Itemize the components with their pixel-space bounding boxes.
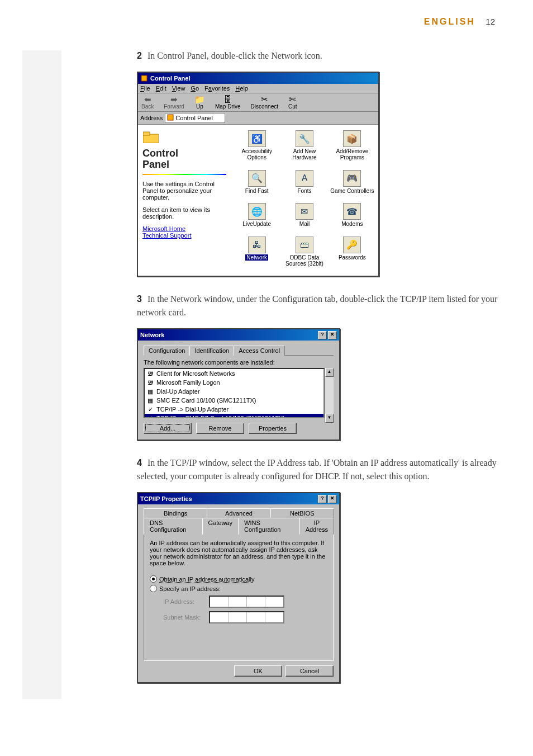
radio-specify[interactable]: Specify an IP address: (150, 585, 327, 592)
titlebar[interactable]: TCP/IP Properties ? ✕ (138, 493, 339, 504)
ok-button[interactable]: OK (234, 665, 282, 677)
toolbar: ⬅Back ➡Forward 📁Up 🗄Map Drive ✂Disconnec… (138, 93, 378, 112)
grey-sidebar (22, 50, 61, 699)
tab-access-control[interactable]: Access Control (234, 346, 285, 356)
window-title: Network (140, 332, 164, 338)
close-button[interactable]: ✕ (328, 331, 337, 339)
toolbar-forward[interactable]: ➡Forward (164, 95, 184, 110)
technical-support-link[interactable]: Technical Support (142, 232, 226, 239)
toolbar-up[interactable]: 📁Up (194, 95, 205, 110)
toolbar-cut[interactable]: ✄Cut (288, 95, 297, 110)
icon-modems[interactable]: ☎Modems (329, 203, 376, 231)
address-value: Control Panel (175, 115, 213, 121)
passwords-icon: 🔑 (343, 237, 361, 253)
icon-passwords[interactable]: 🔑Passwords (329, 237, 376, 271)
toolbar-back[interactable]: ⬅Back (141, 95, 154, 110)
dialog-buttons: OK Cancel (144, 665, 334, 677)
icon-add-remove-programs[interactable]: 📦Add/Remove Programs (329, 130, 376, 164)
icon-accessibility-options[interactable]: ♿Accessibility Options (233, 130, 280, 164)
window-title: Control Panel (150, 75, 191, 82)
close-button[interactable]: ✕ (328, 495, 337, 503)
tab-bar: Configuration Identification Access Cont… (144, 345, 334, 356)
accessibility-icon: ♿ (248, 130, 266, 147)
list-item: 🖳Client for Microsoft Networks (145, 369, 323, 378)
header-language: ENGLISH (424, 17, 475, 26)
tab-bindings[interactable]: Bindings (144, 508, 207, 518)
icon-find-fast[interactable]: 🔍Find Fast (233, 170, 280, 198)
list-item: ▦SMC EZ Card 10/100 (SMC1211TX) (145, 396, 323, 405)
menu-help[interactable]: Help (235, 85, 248, 92)
ip-address-input[interactable] (209, 596, 284, 608)
ip-explain-text: An IP address can be automatically assig… (150, 540, 327, 566)
menu-edit[interactable]: Edit (156, 85, 166, 92)
svg-rect-3 (143, 132, 150, 135)
scroll-up-icon[interactable]: ▲ (325, 368, 334, 377)
icon-liveupdate[interactable]: 🌐LiveUpdate (233, 203, 280, 231)
modems-icon: ☎ (343, 203, 361, 220)
scroll-down-icon[interactable]: ▼ (325, 414, 334, 423)
control-panel-body: Control Panel Use the settings in Contro… (138, 125, 378, 276)
page-header: ENGLISH 12 (22, 17, 499, 27)
icon-fonts[interactable]: AFonts (280, 170, 328, 198)
address-bar: Address Control Panel (138, 112, 378, 125)
properties-button[interactable]: Properties (249, 423, 297, 434)
icon-game-controllers[interactable]: 🎮Game Controllers (329, 170, 376, 198)
help-button[interactable]: ? (318, 331, 327, 339)
tab-dns[interactable]: DNS Configuration (144, 518, 203, 535)
icon-network[interactable]: 🖧Network (233, 237, 280, 271)
menu-favorites[interactable]: Favorites (204, 85, 230, 92)
toolbar-disconnect[interactable]: ✂Disconnect (251, 95, 278, 110)
titlebar[interactable]: Control Panel (138, 73, 378, 84)
menu-go[interactable]: Go (191, 85, 199, 92)
radio-obtain-auto[interactable]: Obtain an IP address automatically (150, 575, 327, 583)
step-text: In Control Panel, double-click the Netwo… (147, 51, 322, 60)
titlebar[interactable]: Network ? ✕ (138, 329, 339, 341)
menu-view[interactable]: View (172, 85, 185, 92)
help-button[interactable]: ? (318, 495, 327, 503)
network-icon: 🖧 (248, 237, 266, 253)
icon-add-new-hardware[interactable]: 🔧Add New Hardware (280, 130, 328, 164)
subnet-mask-input[interactable] (209, 611, 284, 623)
ip-address-panel: An IP address can be automatically assig… (144, 533, 334, 661)
components-listbox[interactable]: 🖳Client for Microsoft Networks 🖳Microsof… (144, 368, 325, 418)
folder-icon (142, 130, 159, 144)
list-item: ▦Dial-Up Adapter (145, 387, 323, 396)
tab-gateway[interactable]: Gateway (202, 518, 239, 535)
address-field[interactable]: Control Panel (165, 113, 225, 123)
tab-ip-address[interactable]: IP Address (299, 518, 334, 535)
remove-button[interactable]: Remove (196, 423, 244, 434)
tab-identification[interactable]: Identification (189, 346, 234, 356)
tab-wins[interactable]: WINS Configuration (238, 518, 300, 535)
up-icon: 📁 (194, 95, 205, 103)
subnet-mask-label: Subnet Mask: (163, 614, 206, 621)
icon-odbc[interactable]: 🗃ODBC Data Sources (32bit) (280, 237, 328, 271)
microsoft-home-link[interactable]: Microsoft Home (142, 225, 226, 232)
window-title: TCP/IP Properties (140, 495, 192, 502)
menu-file[interactable]: File (140, 85, 150, 92)
step-4: 4 In the TCP/IP window, select the IP Ad… (137, 456, 499, 483)
ip-fields: IP Address: Subnet Mask: (163, 596, 327, 623)
scrollbar[interactable]: ▲ ▼ (325, 368, 334, 423)
add-button[interactable]: Add... (144, 423, 192, 434)
odbc-icon: 🗃 (296, 237, 313, 253)
header-page-number: 12 (486, 17, 495, 26)
cancel-button[interactable]: Cancel (285, 665, 334, 677)
tab-bar: Bindings Advanced NetBIOS DNS Configurat… (144, 508, 334, 534)
tab-advanced[interactable]: Advanced (207, 508, 270, 518)
list-item: 🖳Microsoft Family Logon (145, 378, 323, 387)
tab-netbios[interactable]: NetBIOS (270, 508, 334, 518)
toolbar-map-drive[interactable]: 🗄Map Drive (215, 95, 241, 110)
address-icon (167, 114, 174, 122)
icon-mail[interactable]: ✉Mail (280, 203, 328, 231)
tcpip-properties-dialog: TCP/IP Properties ? ✕ Bindings Advanced … (137, 492, 340, 683)
adapter-icon: ▦ (146, 388, 154, 395)
adapter-icon: ▦ (146, 396, 154, 404)
rainbow-divider (142, 174, 226, 175)
cut-icon: ✄ (288, 95, 297, 103)
ip-address-label: IP Address: (163, 598, 206, 605)
tab-configuration[interactable]: Configuration (144, 346, 190, 356)
control-panel-icon (140, 74, 148, 82)
left-pane-desc1: Use the settings in Control Panel to per… (142, 181, 226, 201)
network-dialog: Network ? ✕ Configuration Identification… (137, 328, 340, 441)
address-label: Address (140, 115, 163, 121)
